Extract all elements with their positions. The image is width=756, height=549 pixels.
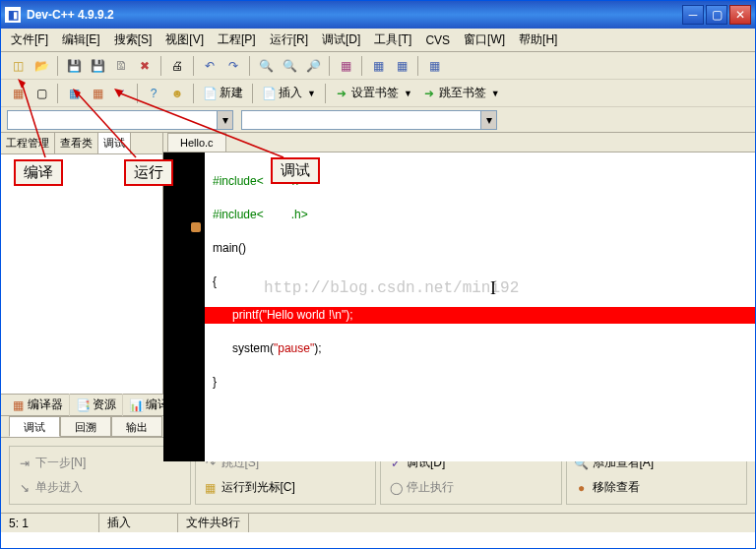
close-all-icon[interactable]: ✖ <box>134 55 156 77</box>
annotation-compile: 编译 <box>14 159 63 186</box>
title-bar: ◧ Dev-C++ 4.9.9.2 ─ ▢ ✕ <box>1 1 755 29</box>
run-icon[interactable]: ▦ <box>367 55 389 77</box>
toolbar-primary: ◫ 📂 💾 💾 🖻 ✖ 🖨 ↶ ↷ 🔍 🔍 🔎 ▦ ▦ ▦ ▦ <box>1 52 755 80</box>
menu-help[interactable]: 帮助[H] <box>513 30 563 50</box>
gutter[interactable] <box>163 152 205 461</box>
open-icon[interactable]: 📂 <box>31 55 52 77</box>
left-body <box>1 154 162 394</box>
close-button[interactable]: ✕ <box>729 5 751 25</box>
menu-cvs[interactable]: CVS <box>419 31 456 49</box>
replace-icon[interactable]: 🔍 <box>279 55 300 77</box>
svg-marker-1 <box>18 79 26 89</box>
editor-area: Hello.c #include<stdio.h> #include<stdli… <box>163 133 755 394</box>
subtab-backtrace[interactable]: 回溯 <box>60 416 111 437</box>
minimize-button[interactable]: ─ <box>682 5 704 25</box>
current-breakpoint-line: printf("Hello world !\n"); <box>205 307 755 324</box>
set-bookmark-button[interactable]: ➜设置书签▼ <box>331 83 416 104</box>
gotobm-label: 跳至书签 <box>439 85 486 101</box>
menu-view[interactable]: 视图[V] <box>159 30 210 50</box>
print-icon[interactable]: 🖨 <box>166 55 188 77</box>
menu-edit[interactable]: 编辑[E] <box>56 30 106 50</box>
main-area: 工程管理 查看类 调试 Hello.c #include<stdio.h> #i… <box>1 133 755 395</box>
svg-marker-5 <box>114 89 123 97</box>
status-mode: 插入 <box>99 514 178 532</box>
window-title: Dev-C++ 4.9.9.2 <box>27 8 682 22</box>
annotation-run: 运行 <box>124 159 173 186</box>
menu-debug[interactable]: 调试[D] <box>316 30 366 50</box>
save-icon[interactable]: 💾 <box>63 55 85 77</box>
goto-bookmark-button[interactable]: ➜跳至书签▼ <box>418 83 504 104</box>
svg-marker-3 <box>73 89 81 98</box>
project-icon[interactable]: ◫ <box>7 55 29 77</box>
menu-tools[interactable]: 工具[T] <box>368 30 417 50</box>
text-cursor-icon: I <box>490 280 496 297</box>
annotation-arrow <box>18 79 57 161</box>
svg-line-4 <box>118 92 284 157</box>
svg-line-0 <box>22 83 45 157</box>
find-icon[interactable]: 🔍 <box>255 55 277 77</box>
code-area[interactable]: #include<stdio.h> #include<stdlib.h> mai… <box>205 152 755 461</box>
tab-resources[interactable]: 📑资源 <box>70 394 123 416</box>
status-position: 5: 1 <box>1 514 99 532</box>
editor-body[interactable]: #include<stdio.h> #include<stdlib.h> mai… <box>163 152 755 461</box>
btn-run-to-cursor[interactable]: ▦运行到光标[C] <box>200 477 372 498</box>
close-file-icon[interactable]: 🖻 <box>110 55 132 77</box>
combo-arrow-icon: ▾ <box>480 111 496 129</box>
subtab-debug[interactable]: 调试 <box>9 416 60 437</box>
redo-icon[interactable]: ↷ <box>222 55 244 77</box>
status-lines: 文件共8行 <box>178 514 249 532</box>
btn-next-step[interactable]: ⇥下一步[N] <box>14 453 186 473</box>
subtab-output[interactable]: 输出 <box>111 416 162 437</box>
menu-search[interactable]: 搜索[S] <box>108 30 158 50</box>
btn-remove-watch[interactable]: ●移除查看 <box>571 477 743 498</box>
findnext-icon[interactable]: 🔎 <box>302 55 324 77</box>
setbm-label: 设置书签 <box>351 85 399 101</box>
annotation-arrow <box>114 89 291 161</box>
menu-run[interactable]: 运行[R] <box>264 30 314 50</box>
annotation-debug: 调试 <box>271 157 320 184</box>
menu-file[interactable]: 文件[F] <box>5 30 54 50</box>
status-bar: 5: 1 插入 文件共8行 <box>1 513 755 532</box>
menu-bar: 文件[F] 编辑[E] 搜索[S] 视图[V] 工程[P] 运行[R] 调试[D… <box>1 29 755 52</box>
save-all-icon[interactable]: 💾 <box>87 55 108 77</box>
btn-stop[interactable]: ◯停止执行 <box>385 477 557 498</box>
compile-icon[interactable]: ▦ <box>335 55 356 77</box>
btn-step-into[interactable]: ↘单步进入 <box>14 477 186 498</box>
tab-compiler[interactable]: ▦编译器 <box>5 394 70 416</box>
app-icon: ◧ <box>5 7 21 23</box>
debug-start-icon[interactable]: ▦ <box>423 55 445 77</box>
menu-project[interactable]: 工程[P] <box>212 30 262 50</box>
compile-run-icon[interactable]: ▦ <box>391 55 412 77</box>
menu-window[interactable]: 窗口[W] <box>458 30 511 50</box>
maximize-button[interactable]: ▢ <box>706 5 727 25</box>
breakpoint-marker[interactable] <box>191 222 201 232</box>
undo-icon[interactable]: ↶ <box>199 55 220 77</box>
